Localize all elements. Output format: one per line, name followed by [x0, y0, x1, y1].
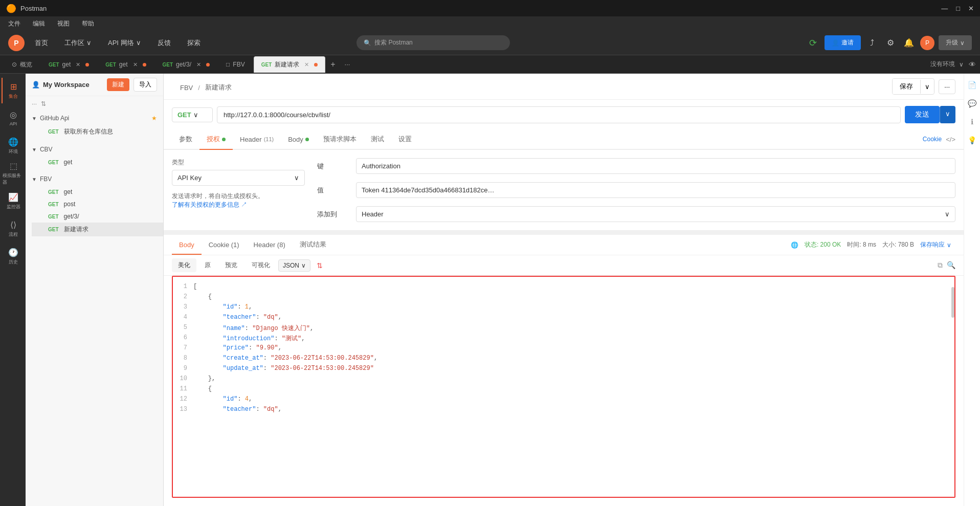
save-dropdown-button[interactable]: ∨ — [920, 80, 934, 94]
list-item[interactable]: GET post — [32, 198, 163, 210]
collection-fbv-name: FBV — [40, 175, 52, 183]
save-button[interactable]: 保存 — [893, 79, 920, 94]
list-item[interactable]: GET get — [32, 186, 163, 198]
tab-pre-request[interactable]: 预请求脚本 — [316, 129, 364, 150]
sidebar-item-mock-servers[interactable]: ⬚ 模拟服务器 — [2, 161, 24, 186]
notification-icon[interactable]: 🔔 — [902, 36, 916, 50]
breadcrumb-separator: / — [198, 84, 200, 92]
close-button[interactable]: ✕ — [968, 5, 974, 12]
resp-tab-body[interactable]: Body — [172, 236, 202, 255]
sidebar-more-icon[interactable]: ··· — [32, 100, 37, 107]
method-value: GET — [177, 111, 191, 119]
json-type-select[interactable]: JSON ∨ — [278, 259, 310, 272]
resp-tab-header[interactable]: Header (8) — [247, 236, 293, 255]
auth-key-input[interactable] — [356, 158, 955, 174]
environment-selector[interactable]: 没有环境 ∨ — [930, 60, 964, 69]
tab-fbv[interactable]: □ FBV — [218, 56, 253, 73]
tab-close-3[interactable]: ✕ — [196, 61, 201, 68]
collection-cbv-header[interactable]: ▼ CBV — [26, 143, 163, 156]
auth-value-input[interactable] — [356, 182, 955, 198]
format-visualize[interactable]: 可视化 — [246, 258, 276, 272]
nav-api-network[interactable]: API 网络 ∨ — [102, 35, 147, 51]
resp-tab-test[interactable]: 测试结果 — [293, 235, 333, 255]
scrollbar-thumb[interactable] — [951, 287, 954, 318]
format-beautify[interactable]: 美化 — [172, 258, 196, 272]
right-comment-icon[interactable]: 💬 — [965, 96, 979, 111]
tab-settings[interactable]: 设置 — [391, 129, 419, 150]
url-input[interactable] — [217, 106, 901, 123]
eye-icon[interactable]: 👁 — [969, 60, 976, 69]
tab-get-1[interactable]: GET get ✕ — [41, 56, 97, 73]
search-bar[interactable]: 🔍 搜索 Postman — [357, 35, 510, 50]
resp-tab-cookie[interactable]: Cookie (1) — [202, 236, 247, 255]
filter-icon[interactable]: ⇅ — [317, 261, 323, 270]
invite-button[interactable]: 👤 邀请 — [825, 35, 861, 50]
tab-tests[interactable]: 测试 — [364, 129, 391, 150]
nav-home[interactable]: 首页 — [29, 35, 54, 51]
right-lightbulb-icon[interactable]: 💡 — [965, 133, 979, 147]
sidebar-item-environments[interactable]: 🌐 环境 — [2, 133, 24, 159]
more-tabs-button[interactable]: ··· — [341, 60, 354, 68]
tab-params[interactable]: 参数 — [172, 129, 199, 150]
auth-type-label: 类型 — [172, 158, 305, 167]
send-button[interactable]: 发送 — [905, 106, 940, 123]
import-button[interactable]: 导入 — [133, 78, 157, 92]
toolbar-more-button[interactable]: ··· — [939, 79, 955, 94]
auth-addto-select[interactable]: Header ∨ — [356, 206, 955, 222]
sidebar-item-api[interactable]: ◎ API — [2, 105, 24, 131]
menu-view[interactable]: 视图 — [55, 18, 72, 29]
new-tab-button[interactable]: + — [326, 60, 339, 69]
send-dropdown-button[interactable]: ∨ — [940, 106, 955, 123]
format-preview[interactable]: 预览 — [219, 258, 243, 272]
nav-workspace[interactable]: 工作区 ∨ — [58, 35, 98, 51]
auth-learn-link[interactable]: 了解有关授权的更多信息 ↗ — [172, 201, 247, 208]
auth-fields-panel: 键 值 添加到 Header ∨ — [317, 158, 955, 222]
code-icon[interactable]: </> — [946, 136, 955, 143]
method-select[interactable]: GET ∨ — [172, 107, 213, 122]
auth-type-select[interactable]: API Key ∨ — [172, 170, 305, 186]
collection-github-api-header[interactable]: ▼ GitHub Api ★ — [26, 112, 163, 125]
nav-explore[interactable]: 探索 — [181, 35, 207, 51]
tab-headers[interactable]: Header (11) — [233, 130, 281, 149]
menu-help[interactable]: 帮助 — [80, 18, 96, 29]
list-item[interactable]: GET get/3/ — [32, 210, 163, 223]
right-doc-icon[interactable]: 📄 — [965, 78, 979, 92]
copy-icon[interactable]: ⧉ — [938, 261, 943, 270]
sidebar-item-monitors[interactable]: 📈 监控器 — [2, 188, 24, 214]
tab-close-new[interactable]: ✕ — [304, 61, 309, 68]
maximize-button[interactable]: □ — [956, 5, 960, 12]
star-icon[interactable]: ★ — [151, 115, 157, 122]
minimize-button[interactable]: — — [941, 5, 948, 12]
format-raw[interactable]: 原 — [198, 258, 217, 272]
tab-new-request[interactable]: GET 新建请求 ✕ — [254, 56, 326, 73]
upgrade-button[interactable]: 升级 ∨ — [939, 35, 972, 50]
tab-close-2[interactable]: ✕ — [133, 61, 138, 68]
share-icon[interactable]: ⤴ — [865, 36, 879, 50]
new-collection-button[interactable]: 新建 — [107, 78, 129, 91]
tab-authorization[interactable]: 授权 — [199, 129, 233, 150]
search-response-icon[interactable]: 🔍 — [947, 261, 955, 270]
sidebar-sort-icon[interactable]: ⇅ — [41, 100, 46, 107]
cookie-link[interactable]: Cookie — [923, 136, 942, 143]
collection-fbv-header[interactable]: ▼ FBV — [26, 172, 163, 186]
nav-feedback[interactable]: 反馈 — [151, 35, 177, 51]
menu-edit[interactable]: 编辑 — [31, 18, 47, 29]
tab-get3[interactable]: GET get/3/ ✕ — [155, 56, 218, 73]
sync-icon[interactable]: ⟳ — [806, 36, 820, 50]
tab-get-2[interactable]: GET get ✕ — [98, 56, 153, 73]
right-info-icon[interactable]: ℹ — [965, 115, 979, 129]
auth-addto-row: 添加到 Header ∨ — [317, 206, 955, 222]
list-item-active[interactable]: GET 新建请求 — [32, 223, 163, 236]
save-response-button[interactable]: 保存响应 ∨ — [920, 240, 951, 249]
settings-icon[interactable]: ⚙ — [883, 36, 898, 50]
tab-body[interactable]: Body — [281, 130, 316, 149]
user-avatar[interactable]: P — [920, 36, 934, 50]
sidebar-item-flows[interactable]: ⟨⟩ 流程 — [2, 216, 24, 241]
list-item[interactable]: GET get — [32, 156, 163, 168]
list-item[interactable]: GET 获取所有仓库信息 — [32, 125, 163, 139]
tab-overview[interactable]: ⊙ 概览 — [4, 56, 40, 73]
sidebar-item-history[interactable]: 🕐 历史 — [2, 244, 24, 269]
menu-file[interactable]: 文件 — [6, 18, 23, 29]
sidebar-item-collections[interactable]: ⊞ 集合 — [2, 78, 24, 103]
tab-close-1[interactable]: ✕ — [76, 61, 80, 68]
